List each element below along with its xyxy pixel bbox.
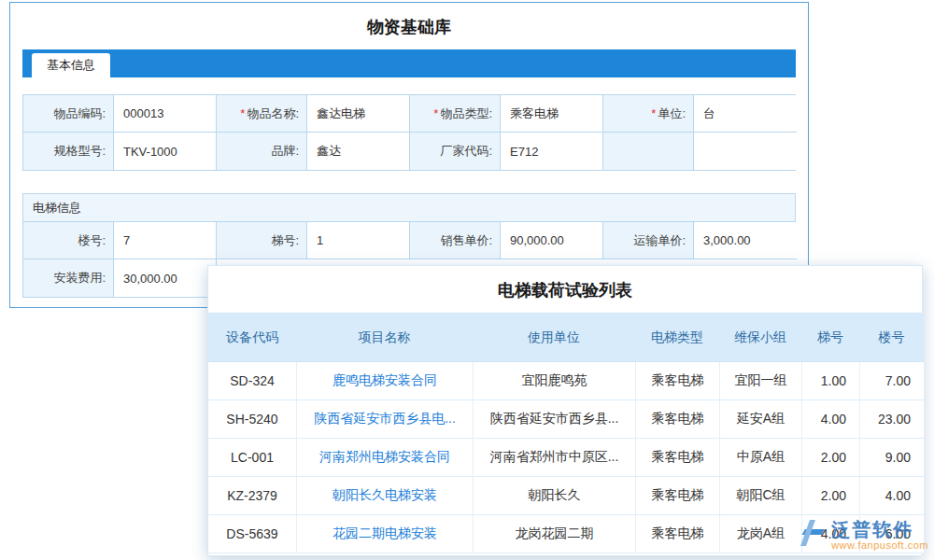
cell-using-unit: 朝阳长久	[473, 477, 635, 515]
field-label-text: 品牌:	[271, 143, 299, 160]
required-star: *	[433, 106, 438, 120]
cell-elevator-no: 4.00	[801, 400, 859, 439]
cell-maintenance-group: 中原A组	[719, 439, 801, 477]
field-label-text: 规格型号:	[53, 143, 106, 160]
field-value-spec-model: TKV-1000	[114, 133, 217, 170]
required-star: *	[651, 106, 656, 120]
field-label-factory-code: 厂家代码:	[410, 133, 501, 170]
field-value-factory-code: E712	[501, 133, 603, 170]
th-elevator-type: 电梯类型	[635, 314, 719, 362]
field-label-item-code: 物品编码:	[23, 95, 114, 133]
cell-elevator-type: 乘客电梯	[635, 477, 719, 515]
field-label-transport-price: 运输单价:	[603, 222, 694, 259]
cell-elevator-no: 1.00	[801, 362, 859, 400]
field-label-sale-price: 销售单价:	[410, 222, 501, 259]
field-value-floor-no: 7	[114, 222, 217, 259]
field-value-brand: 鑫达	[307, 133, 410, 170]
field-value-item-code: 000013	[114, 95, 217, 133]
cell-floor-no: 9.00	[859, 439, 924, 477]
cell-maintenance-group: 朝阳C组	[719, 477, 801, 515]
page-title: 物资基础库	[10, 3, 808, 49]
cell-elevator-no: 2.00	[801, 477, 859, 515]
cell-elevator-type: 乘客电梯	[635, 362, 719, 400]
project-link[interactable]: 鹿鸣电梯安装合同	[296, 362, 473, 400]
elevator-load-test-dialog: 电梯载荷试验列表 设备代码 项目名称 使用单位 电梯类型 维保小组 梯号 楼号 …	[207, 265, 923, 556]
project-link[interactable]: 朝阳长久电梯安装	[296, 477, 473, 515]
elevator-section-title: 电梯信息	[23, 194, 795, 222]
cell-elevator-no: 2.00	[801, 439, 859, 477]
fanpu-logo-icon	[796, 517, 828, 553]
field-label-text: 厂家代码:	[440, 143, 492, 160]
th-elevator-no: 梯号	[801, 314, 859, 362]
cell-using-unit: 河南省郑州市中原区...	[473, 439, 635, 477]
field-value-empty	[694, 133, 797, 170]
basic-info-form: 物品编码: 000013 *物品名称: 鑫达电梯 *物品类型: 乘客电梯 *单位…	[22, 94, 796, 171]
field-label-item-name: *物品名称:	[217, 95, 307, 133]
th-maintenance-group: 维保小组	[719, 314, 801, 362]
field-label-floor-no: 楼号:	[23, 222, 114, 259]
cell-using-unit: 宜阳鹿鸣苑	[473, 362, 635, 400]
field-label-text: 单位:	[658, 105, 686, 122]
th-using-unit: 使用单位	[473, 314, 635, 362]
cell-elevator-type: 乘客电梯	[635, 400, 719, 439]
dialog-title: 电梯载荷试验列表	[208, 266, 922, 313]
required-star: *	[240, 106, 245, 120]
th-floor-no: 楼号	[859, 314, 924, 362]
cell-floor-no: 7.00	[859, 362, 924, 400]
cell-maintenance-group: 宜阳一组	[719, 362, 801, 400]
cell-device-code: SD-324	[208, 362, 296, 400]
cell-using-unit: 龙岗花园二期	[473, 515, 635, 553]
field-value-elevator-no: 1	[307, 222, 410, 259]
cell-floor-no: 4.00	[859, 477, 924, 515]
cell-device-code: DS-5639	[208, 515, 296, 553]
cell-maintenance-group: 延安A组	[719, 400, 801, 439]
field-value-item-type: 乘客电梯	[501, 95, 603, 133]
cell-device-code: SH-5240	[208, 400, 296, 439]
tab-basic-info[interactable]: 基本信息	[32, 53, 110, 77]
field-label-unit: *单位:	[603, 95, 694, 133]
project-link[interactable]: 花园二期电梯安装	[296, 515, 473, 553]
field-label-brand: 品牌:	[217, 133, 307, 170]
field-label-item-type: *物品类型:	[410, 95, 501, 133]
watermark-url: www.fanpusoft.com	[831, 539, 928, 551]
th-device-code: 设备代码	[208, 314, 296, 362]
project-link[interactable]: 陕西省延安市西乡县电...	[296, 400, 473, 439]
cell-elevator-type: 乘客电梯	[635, 515, 719, 553]
cell-device-code: LC-001	[208, 439, 296, 477]
field-value-transport-price: 3,000.00	[694, 222, 797, 259]
project-link[interactable]: 河南郑州电梯安装合同	[296, 439, 473, 477]
field-value-sale-price: 90,000.00	[501, 222, 603, 259]
field-label-text: 物品名称:	[247, 105, 299, 122]
field-label-empty	[603, 133, 694, 170]
cell-device-code: KZ-2379	[208, 477, 296, 515]
field-value-unit: 台	[694, 95, 797, 133]
field-label-elevator-no: 梯号:	[217, 222, 307, 259]
field-label-install-fee: 安装费用:	[23, 259, 114, 297]
cell-maintenance-group: 龙岗A组	[719, 515, 801, 553]
th-project-name: 项目名称	[296, 314, 473, 362]
vendor-watermark: 泛普软件 www.fanpusoft.com	[796, 517, 928, 553]
field-label-spec-model: 规格型号:	[23, 133, 114, 170]
field-value-install-fee: 30,000.00	[114, 259, 217, 297]
tab-strip: 基本信息	[22, 49, 796, 77]
cell-floor-no: 23.00	[859, 400, 924, 439]
cell-elevator-type: 乘客电梯	[635, 439, 719, 477]
watermark-brand: 泛普软件	[831, 519, 928, 539]
field-label-text: 物品类型:	[440, 105, 492, 122]
material-base-panel: 物资基础库 基本信息 物品编码: 000013 *物品名称: 鑫达电梯 *物品类…	[9, 2, 809, 308]
cell-using-unit: 陕西省延安市西乡县...	[473, 400, 635, 439]
field-value-item-name: 鑫达电梯	[307, 95, 410, 133]
field-label-text: 物品编码:	[53, 105, 106, 122]
